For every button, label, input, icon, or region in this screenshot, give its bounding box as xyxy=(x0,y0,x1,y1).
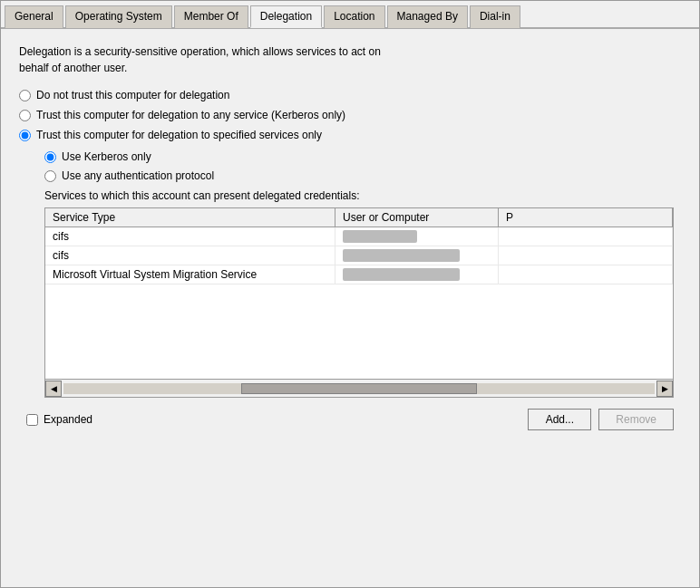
radio-any-auth[interactable]: Use any authentication protocol xyxy=(44,169,681,182)
tab-location[interactable]: Location xyxy=(324,5,384,28)
col-user-or-computer: User or Computer xyxy=(335,208,499,227)
cell-port xyxy=(499,265,673,284)
tab-managed-by[interactable]: Managed By xyxy=(387,5,468,28)
table-body[interactable]: cifs ██████████ cifs ████████████████ Mi… xyxy=(45,227,673,379)
tab-bar: General Operating System Member Of Deleg… xyxy=(1,1,699,29)
scroll-track[interactable] xyxy=(63,383,655,394)
blurred-value: ██████████ xyxy=(343,230,417,243)
cell-user-or-computer: ██████████ xyxy=(335,227,499,246)
cell-port xyxy=(499,246,673,265)
services-label: Services to which this account can prese… xyxy=(44,189,681,202)
col-service-type: Service Type xyxy=(45,208,335,227)
table-row[interactable]: Microsoft Virtual System Migration Servi… xyxy=(45,265,673,284)
dialog-window: General Operating System Member Of Deleg… xyxy=(0,0,700,588)
table-row[interactable]: cifs ████████████████ xyxy=(45,246,673,265)
expanded-checkbox[interactable] xyxy=(26,414,38,426)
horizontal-scrollbar[interactable]: ◀ ▶ xyxy=(44,380,674,398)
col-port: P xyxy=(499,208,673,227)
remove-button[interactable]: Remove xyxy=(598,409,674,430)
tab-member-of[interactable]: Member Of xyxy=(174,5,248,28)
sub-radio-group: Use Kerberos only Use any authentication… xyxy=(44,150,681,182)
add-button[interactable]: Add... xyxy=(528,409,591,430)
tab-general[interactable]: General xyxy=(5,5,63,28)
cell-user-or-computer: ████████████████ xyxy=(335,246,499,265)
radio-kerberos-only-input[interactable] xyxy=(44,151,56,163)
cell-service-type: cifs xyxy=(45,246,335,265)
radio-any-auth-input[interactable] xyxy=(44,170,56,182)
radio-no-trust-input[interactable] xyxy=(19,90,31,101)
expanded-checkbox-label[interactable]: Expanded xyxy=(26,413,92,426)
radio-trust-specified-label: Trust this computer for delegation to sp… xyxy=(36,129,322,141)
services-table: Service Type User or Computer P cifs ███… xyxy=(44,207,674,380)
radio-trust-any[interactable]: Trust this computer for delegation to an… xyxy=(19,109,681,121)
scroll-thumb[interactable] xyxy=(241,383,478,394)
radio-kerberos-only-label: Use Kerberos only xyxy=(62,150,151,163)
tab-content: Delegation is a security-sensitive opera… xyxy=(1,29,699,445)
cell-user-or-computer: ████████████████ xyxy=(335,265,499,284)
radio-trust-specified-input[interactable] xyxy=(19,130,31,141)
delegation-description: Delegation is a security-sensitive opera… xyxy=(19,43,681,76)
scroll-left-button[interactable]: ◀ xyxy=(45,381,62,397)
radio-any-auth-label: Use any authentication protocol xyxy=(62,169,214,182)
radio-trust-specified[interactable]: Trust this computer for delegation to sp… xyxy=(19,129,681,141)
table-row[interactable]: cifs ██████████ xyxy=(45,227,673,246)
tab-delegation[interactable]: Delegation xyxy=(250,5,322,28)
radio-trust-any-input[interactable] xyxy=(19,110,31,121)
scroll-right-button[interactable]: ▶ xyxy=(656,381,673,397)
radio-trust-any-label: Trust this computer for delegation to an… xyxy=(36,109,345,121)
radio-no-trust-label: Do not trust this computer for delegatio… xyxy=(36,89,229,101)
blurred-value: ████████████████ xyxy=(343,249,460,262)
table-header: Service Type User or Computer P xyxy=(45,208,673,227)
bottom-controls: Expanded Add... Remove xyxy=(19,409,681,430)
radio-kerberos-only[interactable]: Use Kerberos only xyxy=(44,150,681,163)
cell-service-type: Microsoft Virtual System Migration Servi… xyxy=(45,265,335,284)
blurred-value: ████████████████ xyxy=(343,268,460,281)
tab-operating-system[interactable]: Operating System xyxy=(65,5,172,28)
main-radio-group: Do not trust this computer for delegatio… xyxy=(19,89,681,141)
cell-service-type: cifs xyxy=(45,227,335,246)
tab-dial-in[interactable]: Dial-in xyxy=(470,5,520,28)
expanded-label: Expanded xyxy=(44,413,92,426)
cell-port xyxy=(499,227,673,246)
radio-no-trust[interactable]: Do not trust this computer for delegatio… xyxy=(19,89,681,101)
